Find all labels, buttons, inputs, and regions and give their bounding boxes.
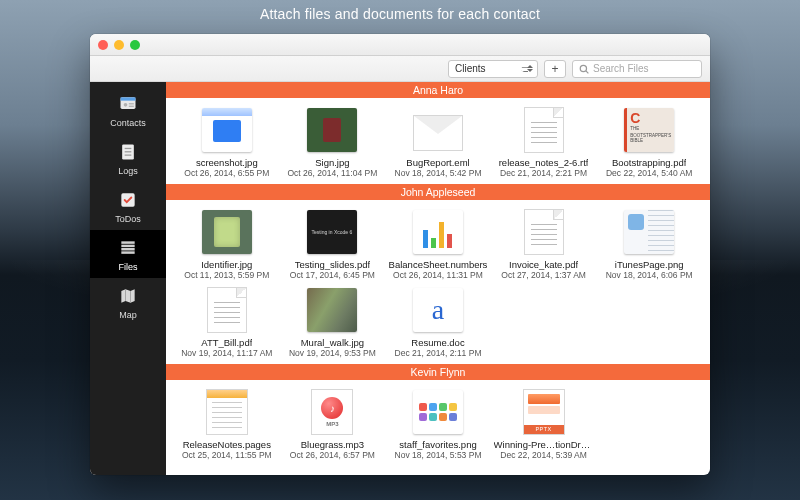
file-date: Nov 19, 2014, 11:17 AM [181,348,272,358]
file-grid: ReleaseNotes.pagesOct 25, 2014, 11:55 PM… [166,380,710,466]
file-name: ReleaseNotes.pages [183,439,271,450]
file-date: Oct 26, 2014, 11:04 PM [288,168,378,178]
file-name: Mural_walk.jpg [301,337,364,348]
pdf-thumbnail: CTHEBOOTSTRAPPER'S BIBLE [624,108,674,152]
search-placeholder: Search Files [593,63,649,74]
svg-rect-15 [121,241,134,244]
file-item[interactable]: staff_favorites.pngNov 18, 2014, 5:53 PM [387,388,489,460]
file-date: Nov 18, 2014, 5:42 PM [395,168,482,178]
file-item[interactable]: Identifier.jpgOct 11, 2013, 5:59 PM [176,208,278,280]
files-icon [117,237,139,259]
file-item[interactable]: PPTXWinning-Pre…tionDraft.pptxDec 22, 20… [493,388,595,460]
svg-point-0 [580,65,586,71]
file-item[interactable]: CTHEBOOTSTRAPPER'S BIBLEBootstrapping.pd… [598,106,700,178]
file-name: Bootstrapping.pdf [612,157,686,168]
svg-point-4 [124,103,128,107]
sidebar-item-contacts[interactable]: Contacts [90,86,166,134]
file-grid: screenshot.jpgOct 26, 2014, 6:55 PMSign.… [166,98,710,184]
file-name: Resume.doc [411,337,464,348]
promo-banner: Attach files and documents for each cont… [0,0,800,28]
photo-thumbnail [307,288,357,332]
svg-rect-12 [121,245,134,248]
group-selector[interactable]: Clients [448,60,538,78]
chevron-updown-icon [527,65,533,72]
file-name: Identifier.jpg [201,259,252,270]
file-name: screenshot.jpg [196,157,258,168]
sidebar-item-logs[interactable]: Logs [90,134,166,182]
sidebar-item-label: Logs [118,166,138,176]
contact-section-header: Anna Haro [166,82,710,98]
svg-rect-10 [125,155,132,156]
sidebar-item-map[interactable]: Map [90,278,166,326]
sidebar-item-label: Files [118,262,137,272]
sidebar-item-label: ToDos [115,214,141,224]
add-button[interactable]: + [544,60,566,78]
file-item[interactable]: BalanceSheet.numbersOct 26, 2014, 11:31 … [387,208,489,280]
file-name: Testing_slides.pdf [295,259,371,270]
svg-rect-6 [129,106,134,107]
file-item[interactable]: Mural_walk.jpgNov 19, 2014, 9:53 PM [282,286,384,358]
file-name: Invoice_kate.pdf [509,259,578,270]
file-date: Nov 19, 2014, 9:53 PM [289,348,376,358]
file-item[interactable]: Testing in Xcode 6Testing_slides.pdfOct … [282,208,384,280]
file-name: Sign.jpg [315,157,349,168]
sidebar-item-files[interactable]: Files [90,230,166,278]
toolbar: Clients + Search Files [90,56,710,82]
file-name: Bluegrass.mp3 [301,439,364,450]
svg-rect-5 [129,103,134,104]
mail-icon [413,115,463,151]
file-item[interactable]: ATT_Bill.pdfNov 19, 2014, 11:17 AM [176,286,278,358]
todos-icon [117,189,139,211]
file-date: Oct 27, 2014, 1:37 AM [501,270,586,280]
photo-thumbnail [307,108,357,152]
file-date: Dec 22, 2014, 5:39 AM [500,450,586,460]
file-item[interactable]: iTunesPage.pngNov 18, 2014, 6:06 PM [598,208,700,280]
document-icon [524,107,564,153]
close-icon[interactable] [98,40,108,50]
plus-icon: + [551,62,558,76]
svg-rect-3 [121,97,136,100]
file-date: Nov 18, 2014, 6:06 PM [606,270,693,280]
file-date: Oct 11, 2013, 5:59 PM [184,270,269,280]
file-item[interactable]: aResume.docDec 21, 2014, 2:11 PM [387,286,489,358]
file-name: release_notes_2-6.rtf [499,157,589,168]
zoom-icon[interactable] [130,40,140,50]
file-item[interactable]: BugReport.emlNov 18, 2014, 5:42 PM [387,106,489,178]
file-item[interactable]: ReleaseNotes.pagesOct 25, 2014, 11:55 PM [176,388,278,460]
image-thumbnail [413,390,463,434]
word-doc-icon: a [413,288,463,332]
pages-doc-icon [206,389,248,435]
screenshot-thumbnail [202,108,252,152]
logs-icon [117,141,139,163]
file-item[interactable]: Sign.jpgOct 26, 2014, 11:04 PM [282,106,384,178]
file-name: BugReport.eml [406,157,469,168]
group-selector-value: Clients [455,63,486,74]
sidebar-item-label: Map [119,310,137,320]
svg-rect-14 [121,251,134,254]
image-thumbnail [624,210,674,254]
file-item[interactable]: screenshot.jpgOct 26, 2014, 6:55 PM [176,106,278,178]
file-content[interactable]: Anna Haroscreenshot.jpgOct 26, 2014, 6:5… [166,82,710,475]
file-date: Oct 25, 2014, 11:55 PM [182,450,272,460]
map-icon [117,285,139,307]
file-name: ATT_Bill.pdf [201,337,252,348]
search-input[interactable]: Search Files [572,60,702,78]
photo-thumbnail [202,210,252,254]
contact-section-header: John Appleseed [166,184,710,200]
file-date: Oct 17, 2014, 6:45 PM [290,270,375,280]
document-icon [524,209,564,255]
file-item[interactable]: Invoice_kate.pdfOct 27, 2014, 1:37 AM [493,208,595,280]
file-item[interactable]: ♪MP3Bluegrass.mp3Oct 26, 2014, 6:57 PM [282,388,384,460]
svg-rect-9 [125,151,132,152]
file-date: Dec 21, 2014, 2:21 PM [500,168,587,178]
svg-rect-8 [125,148,132,149]
file-date: Dec 22, 2014, 5:40 AM [606,168,692,178]
sidebar-item-todos[interactable]: ToDos [90,182,166,230]
audio-icon: ♪MP3 [311,389,353,435]
file-date: Oct 26, 2014, 11:31 PM [393,270,483,280]
minimize-icon[interactable] [114,40,124,50]
document-icon [207,287,247,333]
contact-section-header: Kevin Flynn [166,364,710,380]
sidebar-item-label: Contacts [110,118,146,128]
file-item[interactable]: release_notes_2-6.rtfDec 21, 2014, 2:21 … [493,106,595,178]
